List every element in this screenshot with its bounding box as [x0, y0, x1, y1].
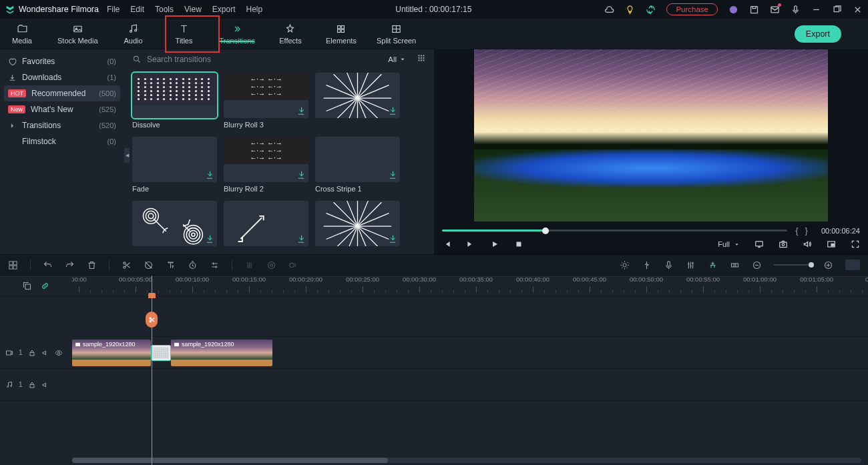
tab-media[interactable]: Media [7, 23, 37, 45]
marker-icon[interactable] [642, 260, 652, 270]
video-track[interactable]: sample_1920x1280sample_1920x1280 [72, 337, 868, 369]
search-input[interactable]: Search transitions [132, 55, 383, 64]
sidebar-item-downloads[interactable]: Downloads(1) [0, 69, 124, 85]
voice-icon[interactable] [664, 260, 674, 270]
tab-effects[interactable]: Effects [275, 23, 306, 45]
speed-icon[interactable] [188, 260, 198, 270]
mute-icon[interactable] [41, 349, 49, 357]
mixer-icon[interactable] [686, 260, 696, 270]
close-icon[interactable] [853, 5, 863, 15]
zoom-out-icon[interactable] [752, 260, 762, 270]
mic-icon[interactable] [791, 5, 801, 15]
tab-titles[interactable]: Titles [169, 23, 200, 45]
transition-clip[interactable] [151, 345, 171, 361]
download-icon[interactable] [296, 106, 306, 115]
transition-card[interactable] [315, 201, 400, 249]
audio-track[interactable] [72, 369, 868, 401]
redo-icon[interactable] [65, 260, 75, 270]
scissor-icon[interactable] [146, 312, 158, 328]
undo-icon[interactable] [43, 260, 53, 270]
sidebar-item-recommended[interactable]: HOT Recommended(500) [4, 85, 120, 101]
lock-icon[interactable] [28, 381, 36, 389]
motion-icon[interactable] [288, 260, 298, 270]
mark-in-icon[interactable]: { [795, 225, 798, 236]
transition-card[interactable]: ←·→ ←·→←·→ ←·→←·→ ←·→Blurry Roll 2 [224, 137, 308, 193]
download-icon[interactable] [205, 234, 214, 244]
mark-out-icon[interactable]: } [805, 225, 808, 236]
tips-icon[interactable] [625, 5, 635, 15]
transition-card[interactable]: Dissolve [132, 73, 217, 129]
tab-transitions[interactable]: Transitions [220, 23, 255, 45]
snapshot-icon[interactable] [779, 240, 788, 249]
download-icon[interactable] [388, 234, 397, 244]
sidebar-item-transitions[interactable]: Transitions(520) [0, 117, 124, 133]
play-button[interactable] [490, 240, 499, 249]
transition-card[interactable]: Fade [132, 137, 217, 193]
minimize-icon[interactable] [811, 5, 821, 15]
download-icon[interactable] [388, 106, 397, 115]
next-frame-button[interactable] [466, 240, 475, 249]
download-icon[interactable] [296, 170, 306, 179]
zoom-in-icon[interactable] [823, 260, 833, 270]
timeline-scrollbar[interactable] [72, 458, 861, 463]
lock-icon[interactable] [28, 349, 36, 357]
menu-file[interactable]: File [107, 5, 120, 14]
download-icon[interactable] [388, 170, 397, 179]
save-icon[interactable] [749, 5, 759, 15]
audio-track-header[interactable]: 1 [0, 369, 72, 401]
monitor-icon[interactable] [754, 240, 764, 249]
purchase-button[interactable]: Purchase [666, 3, 718, 15]
prev-frame-button[interactable] [442, 240, 451, 249]
transition-card[interactable]: ←·→ ←·→←·→ ←·→←·→ ←·→Blurry Roll 3 [224, 73, 308, 129]
menu-view[interactable]: View [184, 5, 202, 14]
cut-icon[interactable] [122, 260, 132, 270]
sidebar-item-whatsnew[interactable]: New What's New(525) [0, 101, 124, 117]
crop-icon[interactable] [144, 260, 154, 270]
sidebar-collapse-handle[interactable] [124, 148, 130, 163]
copy-icon[interactable] [22, 281, 32, 291]
tab-elements[interactable]: Elements [326, 23, 357, 45]
account-icon[interactable] [728, 5, 738, 15]
zoom-fit-icon[interactable] [845, 260, 860, 270]
progress-slider[interactable] [442, 229, 787, 231]
adjust-icon[interactable] [210, 260, 220, 270]
transition-card[interactable]: Cross Stripe 1 [315, 137, 400, 193]
timeline-ruler[interactable]: 00:0000:00:05:0000:00:10:0000:00:15:0000… [72, 276, 868, 297]
tab-split-screen[interactable]: Split Screen [377, 23, 416, 45]
link-icon[interactable] [40, 281, 50, 291]
tab-audio[interactable]: Audio [118, 23, 149, 45]
menu-edit[interactable]: Edit [130, 5, 144, 14]
green-screen-icon[interactable] [266, 260, 276, 270]
transition-card[interactable] [132, 201, 217, 249]
quality-dropdown[interactable]: Full [718, 240, 740, 248]
menu-export[interactable]: Export [212, 5, 236, 14]
ripple-icon[interactable] [730, 260, 740, 270]
sidebar-item-filmstock[interactable]: Filmstock(0) [0, 133, 124, 149]
volume-icon[interactable] [803, 240, 812, 249]
mute-icon[interactable] [41, 381, 49, 389]
video-track-header[interactable]: 1 [0, 337, 72, 369]
refresh-icon[interactable] [646, 5, 656, 15]
video-clip[interactable]: sample_1920x1280 [171, 340, 272, 366]
timeline-tracks-area[interactable]: 00:0000:00:05:0000:00:10:0000:00:15:0000… [72, 276, 868, 465]
zoom-slider[interactable] [774, 264, 811, 266]
maximize-icon[interactable] [832, 5, 842, 15]
menu-help[interactable]: Help [246, 5, 262, 14]
playhead[interactable] [152, 276, 152, 465]
tab-stock-media[interactable]: Stock Media [57, 23, 98, 45]
cloud-icon[interactable] [604, 5, 614, 15]
message-icon[interactable] [770, 5, 780, 15]
preview-viewport[interactable] [474, 49, 828, 221]
text-icon[interactable] [166, 260, 176, 270]
export-button[interactable]: Export [795, 25, 841, 43]
delete-icon[interactable] [87, 260, 97, 270]
stop-button[interactable] [514, 240, 523, 249]
eye-icon[interactable] [55, 349, 63, 357]
grid-view-icon[interactable] [417, 53, 426, 65]
menu-tools[interactable]: Tools [155, 5, 174, 14]
video-clip[interactable]: sample_1920x1280 [72, 340, 151, 366]
download-icon[interactable] [296, 234, 306, 244]
pip-icon[interactable] [827, 240, 836, 249]
transition-card[interactable] [315, 73, 400, 129]
enhance-icon[interactable] [620, 260, 630, 270]
